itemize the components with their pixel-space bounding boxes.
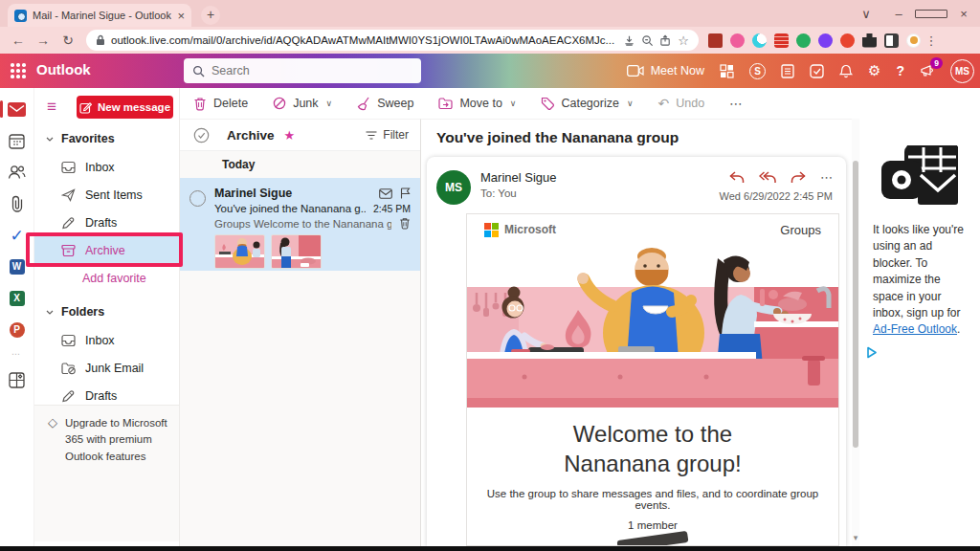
meet-now-button[interactable]: Meet Now (627, 64, 704, 77)
email-footer-illustration (617, 531, 689, 546)
rail-attachments-icon[interactable] (8, 194, 27, 213)
undo-button[interactable]: ↶ Undo (657, 96, 704, 111)
bookmark-star-icon[interactable]: ☆ (678, 33, 689, 48)
sidebar-item-archive-favorite[interactable]: Archive (34, 236, 179, 264)
attachment-thumbnail[interactable] (214, 234, 265, 269)
flag-icon[interactable] (400, 187, 411, 199)
share-icon[interactable] (659, 34, 672, 47)
back-button[interactable]: ← (6, 33, 31, 48)
search-input[interactable] (212, 64, 412, 77)
address-bar[interactable]: outlook.live.com/mail/0/archive/id/AQQkA… (86, 30, 699, 51)
settings-gear-icon[interactable]: ⚙ (868, 62, 880, 79)
todo-icon[interactable] (810, 64, 824, 78)
message-list-item[interactable]: Marinel Sigue You've joined the Nananana… (180, 178, 420, 271)
rail-calendar-icon[interactable] (8, 131, 27, 150)
undo-icon: ↶ (657, 96, 669, 111)
browser-extension-icon[interactable] (796, 33, 811, 48)
scrollbar-thumb[interactable] (853, 161, 858, 448)
tab-search-chevron-icon[interactable]: ∨ (850, 7, 882, 21)
forward-icon[interactable] (791, 171, 806, 184)
reply-icon[interactable] (729, 171, 745, 184)
sender-name[interactable]: Marinel Sigue (480, 170, 557, 185)
whats-new-megaphone-icon[interactable]: 9 (920, 64, 935, 77)
browser-extension-icon[interactable] (818, 33, 833, 48)
message-select-radio[interactable] (189, 190, 206, 207)
my-day-icon[interactable] (720, 64, 734, 78)
app-launcher-icon[interactable] (11, 63, 26, 78)
download-icon[interactable] (623, 34, 635, 47)
message-date: Wed 6/29/2022 2:45 PM (720, 190, 833, 202)
skype-icon[interactable]: S (749, 63, 766, 79)
rail-people-icon[interactable] (8, 163, 27, 182)
microsoft-brand-text: Microsoft (504, 223, 556, 236)
rail-mail-icon[interactable] (8, 99, 27, 119)
reading-pane-scrollbar[interactable]: ▾ (852, 119, 859, 546)
rail-word-icon[interactable]: W (8, 257, 27, 276)
scroll-down-arrow-icon[interactable]: ▾ (852, 533, 859, 542)
browser-extension-icon[interactable] (708, 33, 723, 48)
account-avatar[interactable]: MS (950, 59, 974, 83)
message-more-icon[interactable]: ⋯ (820, 170, 833, 185)
browser-profile-avatar[interactable] (906, 33, 921, 48)
close-window-button[interactable]: × (947, 7, 980, 21)
ad-free-outlook-link[interactable]: Ad-Free Outlook (873, 322, 957, 336)
side-panel-icon[interactable] (884, 33, 899, 48)
sidebar-item-drafts-favorite[interactable]: Drafts (34, 209, 179, 236)
move-to-button[interactable]: Move to ∨ (438, 97, 516, 110)
folders-section-header[interactable]: Folders (34, 298, 179, 326)
message-time: 2:45 PM (373, 203, 411, 214)
more-commands-icon[interactable]: ⋯ (729, 96, 743, 111)
favorites-section-header[interactable]: Favorites (34, 124, 179, 153)
categorize-button[interactable]: Categorize ∨ (541, 97, 633, 110)
browser-tab[interactable]: Mail - Marinel Sigue - Outlook × (8, 4, 191, 27)
recipient-line[interactable]: To: You (480, 187, 557, 199)
add-favorite-button[interactable]: Add favorite (34, 264, 179, 292)
browser-extension-icon[interactable] (730, 33, 745, 48)
outlook-header: Outlook Meet Now S ⚙ (0, 54, 980, 88)
sender-avatar[interactable]: MS (436, 170, 471, 205)
delete-button[interactable]: Delete (193, 97, 248, 111)
search-bar[interactable] (184, 58, 421, 83)
notifications-bell-icon[interactable] (839, 64, 853, 78)
browser-extension-icon[interactable] (774, 33, 789, 48)
sidebar-item-inbox-favorite[interactable]: Inbox (34, 153, 179, 181)
onenote-icon[interactable] (781, 64, 794, 78)
reply-all-icon[interactable] (759, 171, 776, 184)
rail-todo-icon[interactable]: ✓ (8, 226, 27, 245)
select-all-icon[interactable] (193, 127, 210, 143)
email-heading: Welcome to the Nananana group! (467, 419, 838, 478)
browser-menu-icon[interactable]: ⋮ (921, 33, 942, 48)
help-icon[interactable]: ? (896, 63, 904, 78)
hamburger-menu-icon[interactable]: ≡ (40, 98, 63, 117)
extensions-puzzle-icon[interactable] (862, 33, 877, 48)
restore-button[interactable] (915, 7, 947, 21)
rail-more-apps-icon[interactable] (8, 370, 27, 389)
mark-read-envelope-icon[interactable] (379, 188, 392, 199)
reload-button[interactable]: ↻ (56, 33, 80, 48)
adchoices-icon[interactable] (865, 346, 980, 359)
browser-extension-icon[interactable] (752, 33, 767, 48)
rail-excel-icon[interactable]: X (8, 289, 27, 308)
zoom-icon[interactable] (641, 34, 654, 47)
tab-close-icon[interactable]: × (177, 10, 185, 22)
attachment-thumbnail[interactable] (271, 234, 322, 269)
url-text: outlook.live.com/mail/0/archive/id/AQQkA… (111, 34, 617, 46)
ad-blocker-icon (881, 145, 958, 207)
forward-button[interactable]: → (31, 33, 56, 48)
sidebar-item-inbox[interactable]: Inbox (34, 326, 179, 354)
delete-message-icon[interactable] (399, 217, 411, 230)
new-tab-button[interactable]: + (201, 6, 220, 25)
outlook-logo-text[interactable]: Outlook (36, 61, 91, 77)
new-message-button[interactable]: New message (77, 96, 173, 119)
minimize-button[interactable]: – (882, 7, 915, 21)
chevron-down-icon (46, 137, 54, 142)
rail-powerpoint-icon[interactable]: P (8, 320, 27, 340)
junk-button[interactable]: Junk ∨ (273, 97, 332, 110)
upgrade-banner[interactable]: ◇ Upgrade to Microsoft 365 with premium … (34, 405, 179, 541)
filter-button[interactable]: Filter (366, 128, 409, 142)
sidebar-item-junk[interactable]: Junk Email (34, 354, 179, 382)
sweep-button[interactable]: Sweep (357, 97, 413, 111)
favorite-star-icon[interactable]: ★ (284, 128, 296, 143)
browser-extension-icon[interactable] (840, 33, 855, 48)
sidebar-item-sent-favorite[interactable]: Sent Items (34, 181, 179, 209)
